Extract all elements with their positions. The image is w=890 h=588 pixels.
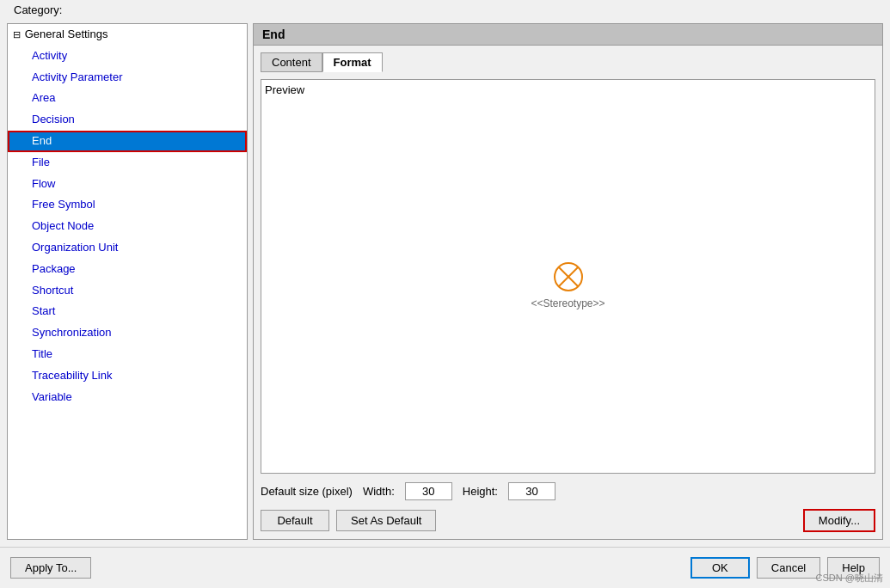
main-dialog: Category: ⊟ General Settings ActivityAct…	[0, 0, 890, 588]
size-label: Default size (pixel)	[261, 485, 353, 498]
preview-section: Preview <<Stereotype>>	[261, 79, 875, 474]
panel-content: Content Format Preview <<Stereotype>>	[253, 45, 883, 540]
tree-item-start[interactable]: Start	[8, 301, 247, 322]
width-input[interactable]	[405, 482, 452, 500]
tabs-container: Content Format	[261, 52, 875, 72]
cancel-button[interactable]: Cancel	[757, 557, 820, 579]
tree-item-flow[interactable]: Flow	[8, 174, 247, 195]
preview-label: Preview	[265, 83, 871, 96]
tree-item-object-node[interactable]: Object Node	[8, 216, 247, 237]
panel-title: End	[253, 23, 883, 45]
tree-item-activity[interactable]: Activity	[8, 46, 247, 67]
tab-format[interactable]: Format	[322, 52, 383, 72]
end-symbol-svg	[551, 260, 586, 294]
panel-buttons: Default Set As Default Modify...	[261, 509, 875, 532]
expand-icon: ⊟	[11, 28, 21, 43]
stereotype-text: <<Stereotype>>	[531, 297, 605, 309]
dialog-body: ⊟ General Settings ActivityActivity Para…	[0, 16, 890, 547]
left-panel: ⊟ General Settings ActivityActivity Para…	[7, 23, 248, 540]
size-section: Default size (pixel) Width: Height:	[261, 482, 875, 500]
tree-items-container: ActivityActivity ParameterAreaDecisionEn…	[8, 46, 247, 408]
bottom-bar: Apply To... OK Cancel Help	[0, 547, 890, 588]
category-label: Category:	[7, 0, 69, 18]
tree-item-traceability-link[interactable]: Traceability Link	[8, 365, 247, 387]
tree-item-organization-unit[interactable]: Organization Unit	[8, 237, 247, 259]
tree-item-activity-parameter[interactable]: Activity Parameter	[8, 67, 247, 89]
tree-item-area[interactable]: Area	[8, 88, 247, 109]
width-label: Width:	[363, 485, 395, 498]
tab-content[interactable]: Content	[261, 52, 322, 72]
preview-canvas: <<Stereotype>>	[265, 100, 871, 469]
apply-to-button[interactable]: Apply To...	[10, 557, 91, 579]
tree-item-free-symbol[interactable]: Free Symbol	[8, 194, 247, 216]
tree-item-file[interactable]: File	[8, 152, 247, 174]
tree-item-end[interactable]: End	[8, 131, 247, 152]
watermark: CSDN @晓山清	[816, 572, 883, 585]
height-input[interactable]	[508, 482, 555, 500]
tree-item-variable[interactable]: Variable	[8, 387, 247, 408]
ok-button[interactable]: OK	[691, 557, 750, 579]
modify-button[interactable]: Modify...	[803, 509, 875, 532]
tree-item-title[interactable]: Title	[8, 344, 247, 365]
tree-root[interactable]: ⊟ General Settings	[8, 24, 247, 46]
height-label: Height:	[463, 485, 498, 498]
default-button[interactable]: Default	[261, 510, 329, 531]
tree-item-package[interactable]: Package	[8, 259, 247, 280]
tree-item-decision[interactable]: Decision	[8, 109, 247, 131]
right-panel: End Content Format Preview	[253, 23, 883, 540]
tree-item-synchronization[interactable]: Synchronization	[8, 322, 247, 344]
set-as-default-button[interactable]: Set As Default	[336, 510, 436, 531]
tree-item-shortcut[interactable]: Shortcut	[8, 280, 247, 302]
